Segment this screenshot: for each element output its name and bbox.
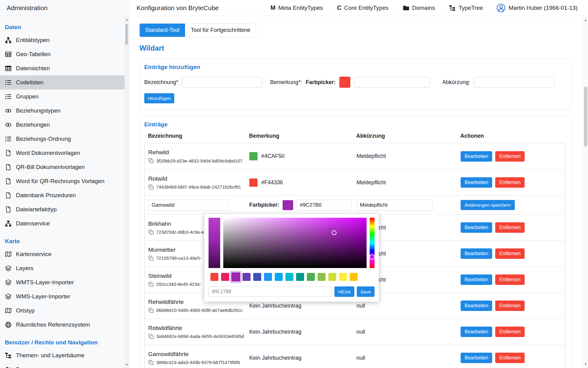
sidebar-scrollbar-thumb[interactable] — [125, 24, 128, 45]
sidebar-item-beziehungs-ordnung[interactable]: Beziehungs-Ordnung — [0, 132, 129, 146]
sidebar-scroll-up-arrow[interactable]: ▲ — [125, 17, 129, 21]
palette-swatch-3f51b5[interactable] — [253, 273, 261, 281]
delete-button[interactable]: Entfernen — [495, 177, 524, 188]
palette-swatch-4caf50[interactable] — [307, 273, 315, 281]
table-row-edit: Farbpicker: Änderungen speichern — [145, 195, 565, 214]
save-color-button[interactable]: Save — [357, 286, 375, 297]
sidebar-item-wmts-layer-importer[interactable]: WMTS-Layer-Importer — [0, 275, 129, 289]
sidebar-item-wms-layer-importer[interactable]: WMS-Layer-Importer — [0, 289, 129, 304]
sidebar-item-datenservice[interactable]: Datenservice — [0, 217, 129, 231]
palette-swatch-673ab7[interactable] — [243, 273, 251, 281]
sidebar-item-gruppen[interactable]: Gruppen — [0, 90, 129, 104]
edit-button[interactable]: Bearbeiten — [461, 353, 492, 363]
palette-swatch-e91e63[interactable] — [221, 273, 229, 281]
copy-icon[interactable] — [148, 282, 154, 287]
hue-slider[interactable] — [370, 218, 375, 268]
delete-button[interactable]: Entfernen — [495, 327, 524, 337]
tab-tool-f-r-fortgeschrittene[interactable]: Tool für Fortgeschrittene — [185, 24, 256, 37]
edit-button[interactable]: Bearbeiten — [461, 274, 492, 285]
main-scrollbar[interactable]: ▲ ▼ — [583, 16, 588, 368]
edit-abbr-input[interactable] — [356, 200, 433, 211]
sidebar-scrollbar[interactable]: ▲ ▼ — [125, 16, 129, 368]
palette-swatch-009688[interactable] — [296, 273, 304, 281]
bemerkung-input[interactable] — [354, 77, 430, 88]
palette-swatch-03a9f4[interactable] — [275, 273, 283, 281]
saturation-area[interactable] — [223, 218, 367, 268]
sidebar-item-datenbank-prozeduren[interactable]: Datenbank Prozeduren — [0, 188, 129, 202]
delete-button[interactable]: Entfernen — [495, 353, 524, 363]
hex-value-input[interactable] — [209, 286, 332, 297]
add-color-swatch[interactable] — [339, 77, 350, 88]
sidebar-item-codelisten[interactable]: Codelisten — [0, 75, 129, 90]
sidebar-item-label: WMS-Layer-Importer — [16, 293, 70, 300]
sidebar-item-kartenservice[interactable]: Kartenservice — [0, 247, 129, 261]
copy-icon[interactable] — [148, 308, 154, 313]
main-scroll-up-arrow[interactable]: ▲ — [583, 18, 588, 22]
sidebar-item-entit-tstypen[interactable]: Entitätstypen — [0, 33, 129, 47]
hexa-format-button[interactable]: HEXA — [334, 286, 354, 297]
sidebar-item-geo-tabellen[interactable]: Geo-Tabellen — [0, 47, 129, 61]
palette-swatch-cddc39[interactable] — [328, 273, 336, 281]
nav-item-typetree[interactable]: TypeTree — [449, 5, 483, 11]
sidebar-item-qr-bill-dokumentvorlagen[interactable]: QR-Bill Dokumentvorlagen — [0, 160, 129, 174]
copy-icon[interactable] — [148, 229, 154, 235]
hue-cursor[interactable] — [369, 254, 375, 260]
palette-swatch-8bc34a[interactable] — [318, 273, 326, 281]
copy-icon[interactable] — [148, 158, 154, 163]
palette-swatch-ffeb3b[interactable] — [339, 273, 347, 281]
copy-icon[interactable] — [148, 184, 154, 190]
entry-abbr: null — [356, 329, 461, 335]
delete-button[interactable]: Entfernen — [495, 248, 524, 259]
edit-button[interactable]: Bearbeiten — [461, 248, 492, 259]
delete-button[interactable]: Entfernen — [495, 274, 524, 285]
edit-button[interactable]: Bearbeiten — [461, 177, 492, 188]
sidebar-item-dateiartefakttyp[interactable]: Dateiartefakttyp — [0, 202, 129, 217]
nav-item-domains[interactable]: Domains — [403, 5, 435, 11]
palette-swatch-ffc107[interactable] — [350, 273, 358, 281]
sidebar-item-benutzer[interactable]: Benutzer — [0, 362, 129, 368]
edit-button[interactable]: Bearbeiten — [461, 327, 492, 337]
palette-swatch-00bcd4[interactable] — [285, 273, 293, 281]
saturation-cursor[interactable] — [332, 230, 337, 235]
sidebar-item-beziehungstypen[interactable]: Beziehungstypen — [0, 104, 129, 118]
copy-icon[interactable] — [148, 334, 154, 339]
edit-name-input[interactable] — [148, 200, 228, 211]
main-scrollbar-thumb[interactable] — [584, 86, 587, 147]
bezeichnung-input[interactable] — [182, 77, 262, 88]
main-scroll-down-arrow[interactable]: ▼ — [583, 362, 588, 366]
nav-item-core-entitytypes[interactable]: CCore EntityTypes — [337, 4, 388, 11]
tab-standard-tool[interactable]: Standard-Tool — [140, 24, 185, 37]
edit-button[interactable]: Bearbeiten — [461, 151, 492, 162]
sidebar-item-layers[interactable]: Layers — [0, 261, 129, 275]
delete-button[interactable]: Entfernen — [495, 222, 524, 233]
entry-remark: Kein Jahrbucheintrag — [249, 355, 356, 361]
user-menu[interactable]: Martin Huber (1966-01-13) — [496, 3, 578, 13]
sidebar-item-datensichten[interactable]: Datensichten — [0, 61, 129, 75]
sidebar-item-label: Word für QR-Rechnungs Vorlagen — [16, 178, 104, 185]
palette-swatch-f44336[interactable] — [210, 273, 218, 281]
abkuerzung-input[interactable] — [474, 77, 555, 88]
edit-hex-input[interactable] — [296, 200, 352, 211]
sidebar-item-themen-und-layerb-ume[interactable]: Themen- und Layerbäume — [0, 348, 129, 362]
add-button[interactable]: Hinzufügen — [144, 93, 174, 103]
sidebar-scroll-down-arrow[interactable]: ▼ — [125, 362, 129, 367]
palette-swatch-9c27b0[interactable] — [231, 272, 240, 282]
entries-column-headers: BezeichnungBemerkungAbkürzungActionen — [144, 128, 565, 143]
delete-button[interactable]: Entfernen — [495, 151, 524, 162]
delete-button[interactable]: Entfernen — [495, 301, 524, 311]
copy-icon[interactable] — [148, 255, 154, 261]
color-swatch-button[interactable] — [282, 200, 293, 210]
entry-name: Rotwildfährte — [148, 325, 249, 332]
copy-icon[interactable] — [148, 360, 154, 365]
save-changes-button[interactable]: Änderungen speichern — [461, 200, 515, 210]
nav-item-meta-entitytypes[interactable]: MMeta EntityTypes — [270, 4, 323, 11]
sidebar-item-word-dokumentvorlagen[interactable]: Word Dokumentvorlagen — [0, 146, 129, 160]
palette-swatch-2196f3[interactable] — [264, 273, 272, 281]
sidebar-item-r-umliches-referenzsystem[interactable]: Räumliches Referenzsystem — [0, 318, 129, 332]
sidebar-item-beziehungen[interactable]: Beziehungen — [0, 118, 129, 132]
column-header-bezeichnung: Bezeichnung — [148, 133, 249, 139]
sidebar-item-ortstyp[interactable]: Ortstyp — [0, 304, 129, 318]
edit-button[interactable]: Bearbeiten — [461, 222, 492, 233]
edit-button[interactable]: Bearbeiten — [461, 301, 492, 311]
sidebar-item-word-f-r-qr-rechnungs-vorlagen[interactable]: Word für QR-Rechnungs Vorlagen — [0, 174, 129, 188]
